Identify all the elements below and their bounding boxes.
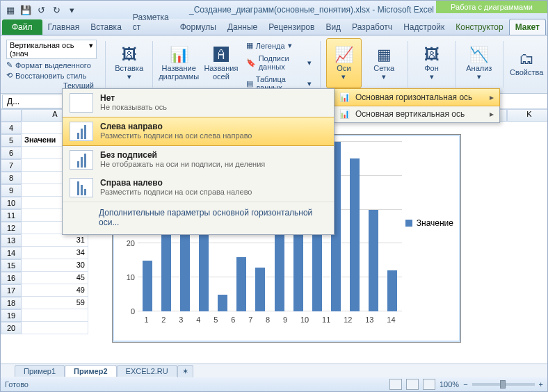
x-tick-label: 14 (387, 316, 395, 324)
column-header[interactable]: K (507, 109, 548, 122)
row-header[interactable]: 9 (1, 184, 22, 197)
row-header[interactable]: 18 (1, 297, 22, 309)
properties-button[interactable]: 🗂Свойства (508, 38, 545, 88)
chart-bar[interactable] (369, 210, 378, 311)
cell[interactable]: 34 (22, 247, 88, 259)
tab-view[interactable]: Вид (320, 19, 346, 35)
gridlines-button[interactable]: ▦Сетка▾ (366, 38, 402, 88)
data-labels-button[interactable]: 🔖Подписи данных ▾ (246, 53, 312, 72)
zoom-out-button[interactable]: − (463, 380, 467, 389)
axis-more-options[interactable]: Дополнительные параметры основной горизо… (63, 202, 334, 234)
thumb-rtl-icon (70, 178, 93, 197)
sheet-tab-bar: Пример1 Пример2 EXCEL2.RU ✶ (1, 364, 547, 377)
cell[interactable]: 30 (22, 259, 88, 272)
chart-bar[interactable] (255, 268, 265, 311)
axis-option-no-labels[interactable]: Без подписейНе отображать на оси ни подп… (63, 146, 334, 174)
excel-icon: ▦ (3, 3, 17, 17)
new-sheet-button[interactable]: ✶ (177, 365, 193, 377)
view-normal-button[interactable] (389, 379, 402, 390)
row-header[interactable]: 5 (1, 134, 22, 147)
view-layout-button[interactable] (406, 379, 419, 390)
row-header[interactable]: 15 (1, 259, 22, 272)
menu-primary-vertical-axis[interactable]: 📊 Основная вертикальная ось ▸ (334, 106, 499, 122)
thumb-nolabel-icon (70, 150, 93, 170)
zoom-in-button[interactable]: + (539, 380, 543, 389)
zoom-level[interactable]: 100% (440, 380, 459, 389)
axes-button[interactable]: 📈Оси▾ (326, 38, 362, 88)
sheet-tab-3[interactable]: EXCEL2.RU (117, 365, 177, 377)
name-box[interactable]: Д... (2, 95, 63, 108)
status-ready: Готово (5, 380, 29, 389)
row-header[interactable]: 11 (1, 209, 22, 222)
tab-design[interactable]: Конструктор (450, 19, 508, 35)
axis-titles-button[interactable]: 🅰Названия осей (203, 38, 239, 88)
save-icon[interactable]: 💾 (19, 3, 33, 17)
cell[interactable]: 45 (22, 272, 88, 284)
sheet-tab-1[interactable]: Пример1 (15, 365, 65, 377)
qat-more-icon[interactable]: ▾ (65, 3, 79, 17)
reset-style-button[interactable]: ⟲Восстановить стиль (6, 71, 97, 80)
tab-insert[interactable]: Вставка (85, 19, 127, 35)
row-header[interactable]: 17 (1, 284, 22, 297)
cell[interactable]: 49 (22, 284, 88, 297)
tab-developer[interactable]: Разработч (346, 19, 398, 35)
tab-home[interactable]: Главная (42, 19, 86, 35)
row-header[interactable]: 20 (1, 322, 22, 334)
file-tab[interactable]: Файл (2, 19, 42, 35)
chart-bar[interactable] (161, 223, 171, 311)
tab-layout[interactable]: Макет (509, 19, 546, 35)
background-button[interactable]: 🖼Фон▾ (414, 38, 450, 88)
x-tick-label: 2 (161, 316, 166, 324)
legend-text: Значение (417, 218, 453, 228)
x-tick-label: 4 (196, 316, 200, 324)
cell[interactable]: 31 (22, 234, 88, 247)
tab-review[interactable]: Рецензиров (263, 19, 320, 35)
row-header[interactable]: 19 (1, 309, 22, 322)
axis-option-left-to-right[interactable]: Слева направоРазместить подписи на оси с… (63, 117, 334, 146)
insert-button[interactable]: 🖼Вставка▾ (111, 38, 147, 88)
sheet-tab-2[interactable]: Пример2 (65, 365, 116, 377)
menu-primary-horizontal-axis[interactable]: 📊 Основная горизонтальная ось ▸ (333, 88, 500, 106)
undo-icon[interactable]: ↺ (34, 3, 48, 17)
chart-title-button[interactable]: 📊Название диаграммы (159, 38, 199, 88)
cell[interactable] (22, 309, 88, 322)
row-header[interactable]: 4 (1, 122, 22, 134)
ribbon-tabs: Файл Главная Вставка Разметка ст Формулы… (1, 19, 547, 35)
axis-option-none[interactable]: НетНе показывать ось (63, 89, 334, 117)
zoom-slider[interactable] (472, 383, 535, 386)
cell[interactable]: 59 (22, 297, 88, 309)
chevron-down-icon: ▾ (89, 41, 93, 58)
x-tick-label: 9 (283, 316, 287, 324)
view-break-button[interactable] (423, 379, 435, 390)
x-tick-label: 7 (248, 316, 252, 324)
chart-legend[interactable]: Значение (405, 218, 453, 228)
row-header[interactable]: 10 (1, 197, 22, 209)
x-tick-label: 11 (322, 316, 330, 324)
properties-icon: 🗂 (519, 50, 534, 68)
format-selection-button[interactable]: ✎Формат выделенного (6, 60, 97, 70)
chart-bar[interactable] (387, 270, 397, 311)
row-header[interactable]: 7 (1, 159, 22, 172)
row-header[interactable]: 8 (1, 172, 22, 184)
chart-bar[interactable] (350, 158, 360, 311)
tab-pagelayout[interactable]: Разметка ст (127, 10, 175, 35)
row-header[interactable]: 6 (1, 147, 22, 159)
analysis-button[interactable]: 📉Анализ▾ (461, 38, 497, 88)
cell[interactable] (22, 322, 88, 334)
tab-addins[interactable]: Надстройк (398, 19, 450, 35)
quick-access-toolbar: ▦ 💾 ↺ ↻ ▾ (3, 3, 79, 17)
row-header[interactable]: 16 (1, 272, 22, 284)
row-header[interactable]: 14 (1, 247, 22, 259)
chart-bar[interactable] (143, 261, 152, 311)
tab-formulas[interactable]: Формулы (175, 19, 222, 35)
chart-bar[interactable] (218, 295, 227, 311)
tab-data[interactable]: Данные (222, 19, 263, 35)
row-header[interactable]: 12 (1, 222, 22, 234)
row-header[interactable]: 13 (1, 234, 22, 247)
legend-button[interactable]: ▦Легенда ▾ (246, 40, 312, 51)
chart-bar[interactable] (236, 257, 246, 311)
redo-icon[interactable]: ↻ (49, 3, 63, 17)
chart-element-selector[interactable]: Вертикальная ось (знач▾ (6, 40, 97, 59)
axis-option-right-to-left[interactable]: Справа налевоРазместить подписи на оси с… (63, 174, 334, 202)
picture-icon: 🖼 (122, 46, 137, 64)
